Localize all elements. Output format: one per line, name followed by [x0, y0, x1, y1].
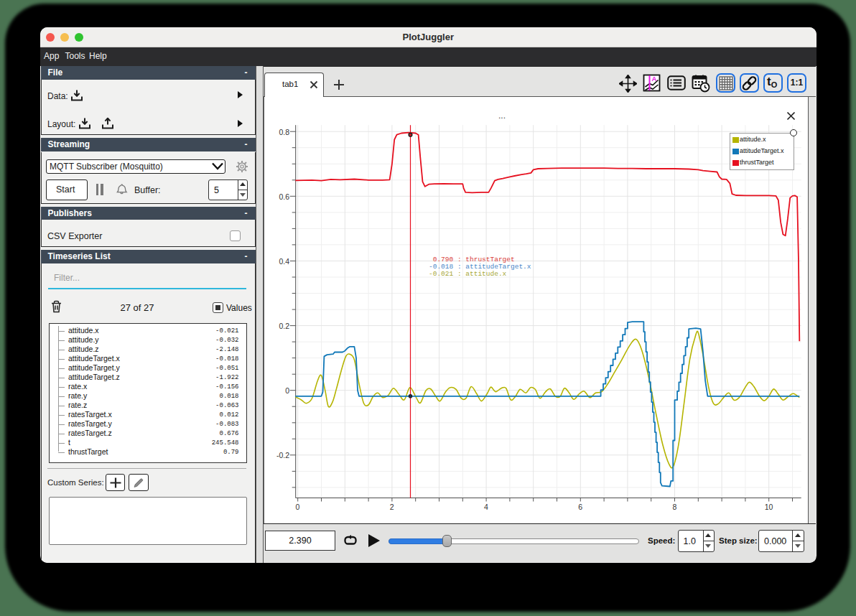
svg-text:A: A	[652, 75, 657, 83]
